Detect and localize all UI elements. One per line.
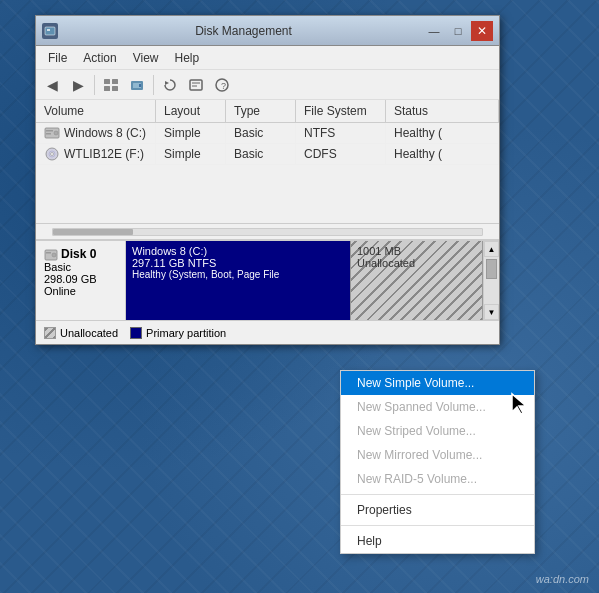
legend-label-unalloc: Unallocated: [60, 327, 118, 339]
ctx-help[interactable]: Help: [341, 529, 534, 553]
row2-layout: Simple: [156, 144, 226, 164]
svg-rect-1: [47, 29, 50, 31]
row1-volume: Windows 8 (C:): [36, 123, 156, 143]
legend-bar: Unallocated Primary partition: [36, 320, 499, 344]
table-scrollbar[interactable]: [36, 223, 499, 239]
table-header: Volume Layout Type File System Status: [36, 100, 499, 123]
cd-icon: [44, 147, 60, 161]
partition-unalloc-label: 1001 MB Unallocated: [351, 241, 482, 273]
col-type[interactable]: Type: [226, 100, 296, 122]
svg-point-20: [51, 153, 54, 156]
table-body: Windows 8 (C:) Simple Basic NTFS Healthy…: [36, 123, 499, 223]
row2-fs: CDFS: [296, 144, 386, 164]
toolbar-sep-1: [94, 75, 95, 95]
maximize-button[interactable]: □: [447, 21, 469, 41]
row2-type: Basic: [226, 144, 296, 164]
disk-size: 298.09 GB: [44, 273, 117, 285]
toolbar-btn-refresh[interactable]: [158, 73, 182, 97]
svg-rect-24: [46, 252, 51, 254]
ctx-sep-1: [341, 494, 534, 495]
svg-rect-8: [139, 84, 141, 87]
svg-text:?: ?: [221, 81, 226, 91]
partition-unalloc[interactable]: 1001 MB Unallocated: [351, 241, 483, 320]
window-icon: [42, 23, 58, 39]
svg-rect-17: [46, 130, 53, 132]
disk-panel: Disk 0 Basic 298.09 GB Online Windows 8 …: [36, 240, 499, 320]
menu-view[interactable]: View: [125, 48, 167, 68]
svg-rect-5: [112, 86, 118, 91]
legend-box-unalloc: [44, 327, 56, 339]
toolbar-btn-help[interactable]: ?: [210, 73, 234, 97]
svg-rect-3: [112, 79, 118, 84]
volumes-table: Volume Layout Type File System Status: [36, 100, 499, 240]
svg-rect-10: [190, 80, 202, 90]
window-controls: — □ ✕: [423, 21, 493, 41]
ctx-new-raid5-volume: New RAID-5 Volume...: [341, 467, 534, 491]
disk-type: Basic: [44, 261, 117, 273]
disk-scrollbar-v[interactable]: ▲ ▼: [483, 241, 499, 320]
svg-rect-4: [104, 86, 110, 91]
toolbar: ◀ ▶: [36, 70, 499, 100]
col-volume[interactable]: Volume: [36, 100, 156, 122]
partition-system[interactable]: Windows 8 (C:) 297.11 GB NTFS Healthy (S…: [126, 241, 351, 320]
ctx-new-simple-volume[interactable]: New Simple Volume...: [341, 371, 534, 395]
scrollbar-thumb[interactable]: [53, 229, 133, 235]
ctx-new-mirrored-volume: New Mirrored Volume...: [341, 443, 534, 467]
disk-info: Disk 0 Basic 298.09 GB Online: [36, 241, 126, 320]
row2-volume: WTLIB12E (F:): [36, 144, 156, 164]
col-layout[interactable]: Layout: [156, 100, 226, 122]
ctx-new-striped-volume: New Striped Volume...: [341, 419, 534, 443]
context-menu: New Simple Volume... New Spanned Volume.…: [340, 370, 535, 554]
toolbar-btn-view[interactable]: [99, 73, 123, 97]
table-row[interactable]: WTLIB12E (F:) Simple Basic CDFS Healthy …: [36, 144, 499, 165]
svg-point-23: [52, 253, 56, 257]
row1-fs: NTFS: [296, 123, 386, 143]
sv-up-button[interactable]: ▲: [484, 241, 499, 257]
scrollbar-track[interactable]: [52, 228, 483, 236]
menu-help[interactable]: Help: [167, 48, 208, 68]
disk-partitions: Windows 8 (C:) 297.11 GB NTFS Healthy (S…: [126, 241, 483, 320]
svg-rect-2: [104, 79, 110, 84]
window-title: Disk Management: [64, 24, 423, 38]
disk-name: Disk 0: [44, 247, 117, 261]
title-bar: Disk Management — □ ✕: [36, 16, 499, 46]
menu-file[interactable]: File: [40, 48, 75, 68]
legend-primary: Primary partition: [130, 327, 226, 339]
toolbar-btn-disk[interactable]: [125, 73, 149, 97]
svg-marker-9: [165, 81, 169, 85]
forward-button[interactable]: ▶: [66, 73, 90, 97]
ctx-properties[interactable]: Properties: [341, 498, 534, 522]
legend-unalloc: Unallocated: [44, 327, 118, 339]
toolbar-btn-properties[interactable]: [184, 73, 208, 97]
row2-status: Healthy (: [386, 144, 499, 164]
ctx-new-spanned-volume: New Spanned Volume...: [341, 395, 534, 419]
table-row[interactable]: Windows 8 (C:) Simple Basic NTFS Healthy…: [36, 123, 499, 144]
menu-bar: File Action View Help: [36, 46, 499, 70]
row1-status: Healthy (: [386, 123, 499, 143]
legend-box-primary: [130, 327, 142, 339]
disk-management-window: Disk Management — □ ✕ File Action View H…: [35, 15, 500, 345]
back-button[interactable]: ◀: [40, 73, 64, 97]
col-status[interactable]: Status: [386, 100, 499, 122]
hdd-icon: [44, 126, 60, 140]
row1-layout: Simple: [156, 123, 226, 143]
toolbar-sep-2: [153, 75, 154, 95]
close-button[interactable]: ✕: [471, 21, 493, 41]
sv-down-button[interactable]: ▼: [484, 304, 499, 320]
partition-system-label: Windows 8 (C:) 297.11 GB NTFS Healthy (S…: [126, 241, 350, 284]
sv-thumb[interactable]: [486, 259, 497, 279]
ctx-sep-2: [341, 525, 534, 526]
col-filesystem[interactable]: File System: [296, 100, 386, 122]
svg-rect-18: [46, 133, 51, 135]
sv-track[interactable]: [484, 257, 499, 304]
row1-type: Basic: [226, 123, 296, 143]
legend-label-primary: Primary partition: [146, 327, 226, 339]
menu-action[interactable]: Action: [75, 48, 124, 68]
disk-status: Online: [44, 285, 117, 297]
watermark: wa:dn.com: [536, 573, 589, 585]
svg-point-16: [54, 131, 58, 135]
minimize-button[interactable]: —: [423, 21, 445, 41]
